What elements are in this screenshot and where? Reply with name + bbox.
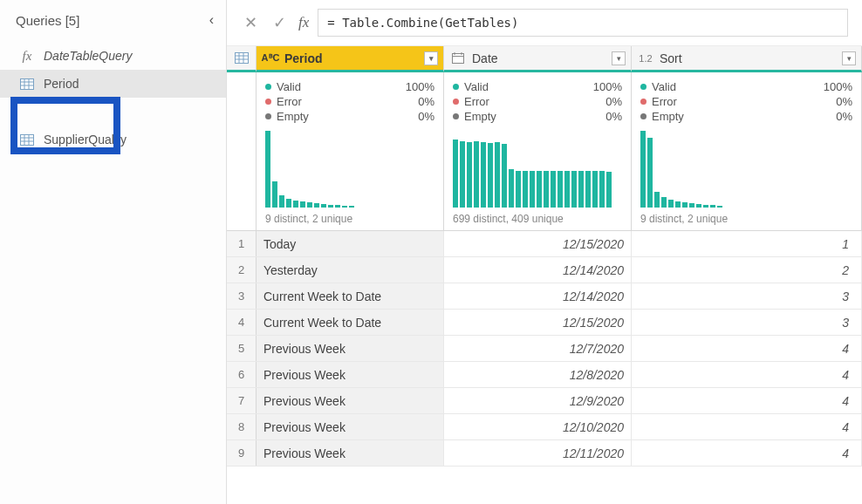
data-rows: 1Today12/15/202012Yesterday12/14/202023C… — [227, 230, 862, 467]
cell-period[interactable]: Previous Week — [257, 440, 444, 466]
histogram-bar — [349, 206, 354, 208]
row-number: 8 — [227, 414, 257, 439]
cell-period[interactable]: Previous Week — [257, 362, 444, 387]
cell-period[interactable]: Previous Week — [257, 414, 444, 439]
histogram-bar — [558, 171, 563, 208]
cell-period[interactable]: Yesterday — [257, 257, 444, 283]
cell-date[interactable]: 12/10/2020 — [444, 414, 632, 439]
stat-value: 0% — [836, 110, 852, 123]
distribution-histogram — [265, 129, 434, 208]
distinct-summary: 9 distinct, 2 unique — [265, 211, 434, 225]
stat-label: Empty — [464, 110, 496, 123]
cell-period[interactable]: Previous Week — [257, 336, 444, 361]
table-row[interactable]: 6Previous Week12/8/20204 — [227, 362, 862, 388]
histogram-bar — [502, 144, 507, 208]
cell-sort[interactable]: 1 — [632, 231, 862, 256]
sidebar-item-supplierquality[interactable]: SupplierQuality — [0, 126, 226, 153]
date-type-icon — [449, 52, 467, 64]
cell-sort[interactable]: 4 — [632, 388, 862, 413]
stat-label: Valid — [464, 80, 489, 93]
column-filter-dropdown[interactable]: ▾ — [612, 51, 626, 65]
cell-date[interactable]: 12/11/2020 — [444, 440, 632, 466]
cell-date[interactable]: 12/14/2020 — [444, 257, 632, 283]
stat-value: 100% — [824, 80, 852, 93]
cell-date[interactable]: 12/15/2020 — [444, 310, 632, 335]
column-headers: AᴮC Period ▾ Date ▾ 1.2 Sort ▾ — [227, 46, 862, 72]
cell-period[interactable]: Current Week to Date — [257, 310, 444, 335]
cell-date[interactable]: 12/9/2020 — [444, 388, 632, 413]
valid-bullet-icon — [640, 84, 646, 90]
histogram-bar — [654, 192, 660, 208]
collapse-sidebar-icon[interactable]: ‹ — [209, 12, 214, 28]
table-row[interactable]: 5Previous Week12/7/20204 — [227, 336, 862, 362]
table-row[interactable]: 9Previous Week12/11/20204 — [227, 440, 862, 467]
cell-sort[interactable]: 4 — [632, 362, 862, 387]
histogram-bar — [460, 141, 465, 208]
cell-sort[interactable]: 4 — [632, 414, 862, 439]
stat-value: 0% — [418, 110, 434, 123]
queries-sidebar: Queries [5] ‹ fx DateTableQuery Period S… — [0, 0, 227, 504]
stat-value: 0% — [836, 95, 852, 108]
column-profile-row: Valid100% Error0% Empty0% 9 distinct, 2 … — [227, 72, 862, 230]
column-header-date[interactable]: Date ▾ — [444, 46, 632, 72]
histogram-bar — [467, 142, 472, 208]
cell-date[interactable]: 12/8/2020 — [444, 362, 632, 387]
valid-bullet-icon — [453, 84, 459, 90]
histogram-bar — [592, 171, 598, 208]
error-bullet-icon — [640, 99, 646, 105]
error-bullet-icon — [453, 99, 459, 105]
cancel-formula-button[interactable]: ✕ — [241, 13, 261, 32]
stat-value: 0% — [605, 95, 622, 108]
empty-bullet-icon — [640, 113, 646, 119]
formula-input[interactable]: = Table.Combine(GetTables) — [318, 9, 848, 37]
table-row[interactable]: 3Current Week to Date12/14/20203 — [227, 283, 862, 310]
cell-sort[interactable]: 3 — [632, 310, 862, 335]
valid-bullet-icon — [265, 84, 271, 90]
cell-date[interactable]: 12/7/2020 — [444, 336, 632, 361]
stat-value: 0% — [418, 95, 434, 108]
table-row[interactable]: 4Current Week to Date12/15/20203 — [227, 310, 862, 336]
column-filter-dropdown[interactable]: ▾ — [842, 51, 856, 65]
histogram-bar — [696, 204, 701, 208]
commit-formula-button[interactable]: ✓ — [270, 13, 290, 32]
sidebar-item-label: DateTableQuery — [44, 49, 132, 63]
stat-label: Valid — [277, 80, 301, 93]
table-row[interactable]: 7Previous Week12/9/20204 — [227, 388, 862, 414]
histogram-bar — [314, 203, 319, 208]
table-row[interactable]: 8Previous Week12/10/20204 — [227, 414, 862, 440]
cell-date[interactable]: 12/15/2020 — [444, 231, 632, 256]
histogram-bar — [453, 140, 458, 208]
row-number: 2 — [227, 257, 257, 283]
table-icon — [19, 78, 35, 90]
histogram-bar — [668, 200, 674, 208]
cell-period[interactable]: Today — [257, 231, 444, 256]
table-row[interactable]: 1Today12/15/20201 — [227, 231, 862, 257]
cell-sort[interactable]: 3 — [632, 283, 862, 309]
column-filter-dropdown[interactable]: ▾ — [424, 51, 438, 65]
function-icon: fx — [19, 50, 35, 62]
sidebar-item-period[interactable]: Period — [0, 70, 226, 98]
histogram-bar — [474, 141, 479, 208]
cell-sort[interactable]: 2 — [632, 257, 862, 283]
cell-date[interactable]: 12/14/2020 — [444, 283, 632, 309]
column-header-sort[interactable]: 1.2 Sort ▾ — [632, 46, 862, 72]
cell-sort[interactable]: 4 — [632, 336, 862, 361]
cell-period[interactable]: Previous Week — [257, 388, 444, 413]
stat-value: 100% — [406, 80, 434, 93]
table-row[interactable]: 2Yesterday12/14/20202 — [227, 257, 862, 283]
cell-period[interactable]: Current Week to Date — [257, 283, 444, 309]
stat-label: Error — [652, 95, 677, 108]
histogram-bar — [551, 171, 556, 208]
main-area: ✕ ✓ fx = Table.Combine(GetTables) AᴮC Pe… — [227, 0, 862, 504]
distribution-histogram — [640, 129, 852, 208]
table-corner-menu[interactable] — [227, 46, 257, 72]
histogram-bar — [703, 205, 708, 208]
histogram-bar — [537, 171, 542, 208]
column-header-period[interactable]: AᴮC Period ▾ — [257, 46, 444, 72]
column-name: Period — [284, 51, 419, 65]
cell-sort[interactable]: 4 — [632, 440, 862, 466]
stat-label: Error — [464, 95, 489, 108]
queries-title: Queries [5] — [16, 13, 79, 28]
row-number: 6 — [227, 362, 257, 387]
sidebar-item-datetablequery[interactable]: fx DateTableQuery — [0, 42, 226, 70]
